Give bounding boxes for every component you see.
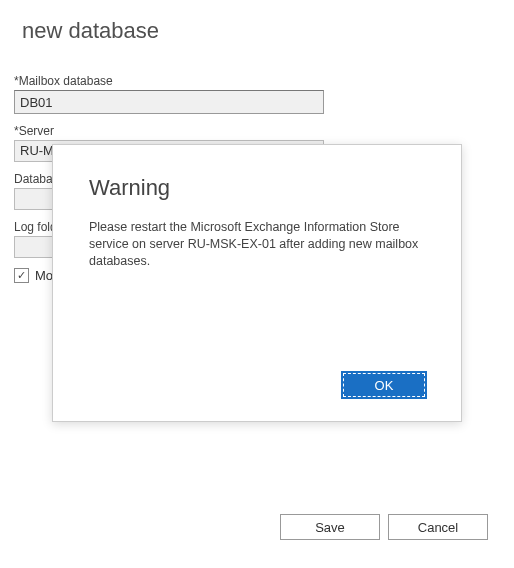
server-label: *Server [14, 124, 500, 138]
mailbox-database-input[interactable] [14, 90, 324, 114]
modal-title: Warning [89, 175, 425, 201]
mailbox-database-label: *Mailbox database [14, 74, 500, 88]
modal-message: Please restart the Microsoft Exchange In… [89, 219, 425, 373]
save-button[interactable]: Save [280, 514, 380, 540]
mount-checkbox-label: Mo [35, 268, 53, 283]
ok-button[interactable]: OK [343, 373, 425, 397]
page-title: new database [22, 18, 500, 44]
warning-modal: Warning Please restart the Microsoft Exc… [52, 144, 462, 422]
dialog-buttons: Save Cancel [280, 514, 488, 540]
cancel-button[interactable]: Cancel [388, 514, 488, 540]
mount-checkbox[interactable]: ✓ [14, 268, 29, 283]
mailbox-database-field: *Mailbox database [14, 74, 500, 114]
